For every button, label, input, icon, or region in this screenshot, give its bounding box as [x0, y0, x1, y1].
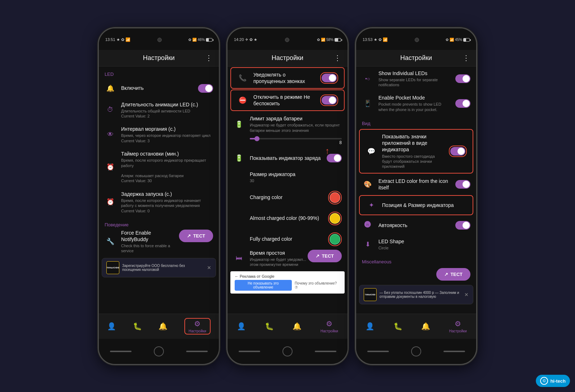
extract-color-text: Extract LED color from the icon itself	[378, 178, 450, 191]
bug-icon-2: 🐛	[265, 322, 274, 331]
dnd-toggle[interactable]	[322, 96, 337, 105]
start-delay-name: Задержка запуска (с.)	[121, 191, 213, 197]
charge-color-icon	[233, 192, 245, 203]
indicator-size-text: Размер индикатора 30	[250, 171, 342, 183]
gesture-bar-2	[227, 339, 348, 364]
battery-slider-track[interactable]	[250, 138, 342, 139]
ad-banner-3: ТИНЬКОФФ — Без уплаты госпошлин 4000 р —…	[359, 285, 473, 304]
timer-icon-1: ⏱	[105, 104, 116, 116]
led-shape-text: LED Shape Circle	[378, 238, 470, 250]
fully-charged-name: Fully charged color	[250, 236, 323, 242]
individual-leds-toggle[interactable]	[455, 74, 470, 83]
show-charge-name: Показывать индикатор заряда	[250, 155, 322, 161]
why-ad[interactable]: Почему это объявление? ⑦	[295, 281, 340, 289]
charging-color-text: Charging color	[250, 194, 323, 200]
watermark-text: hi-tech	[550, 378, 566, 384]
test-button-2[interactable]: ↗ ТЕСТ	[308, 250, 342, 262]
section-behavior-1: Поведение	[99, 217, 219, 230]
pocket-mode-toggle[interactable]	[455, 99, 470, 108]
hide-ad-btn[interactable]: Не показывать это объявление	[235, 280, 292, 291]
led-icon: •○	[362, 73, 373, 84]
app-title-2: Настройки	[272, 54, 303, 62]
missed-calls-toggle[interactable]	[322, 74, 337, 82]
gesture-bar-1	[99, 339, 219, 364]
show-app-icons-text: Показывать значки приложений в виде инди…	[382, 133, 444, 169]
nav-settings-3[interactable]: ⚙ Настройки	[449, 319, 467, 333]
dnd-name: Отключить в режиме Не беспокоить	[253, 94, 315, 107]
camera-2	[285, 38, 289, 42]
screen-1: Настройки ⋮ LED 🔔 Включить ⏱	[99, 50, 219, 339]
setting-enable: 🔔 Включить	[99, 79, 219, 98]
battery-3: ✿ 📶 45%	[446, 38, 470, 42]
test-button-3[interactable]: ↗ ТЕСТ	[436, 268, 470, 281]
gesture-lines-1	[110, 351, 132, 352]
menu-dots-3[interactable]: ⋮	[463, 54, 470, 62]
nav-bug-1[interactable]: 🐛	[133, 322, 142, 331]
show-app-icons-toggle[interactable]	[450, 147, 465, 156]
extract-color-toggle[interactable]	[455, 180, 470, 189]
settings-icon-2: ⚙	[326, 319, 332, 328]
settings-label-3: Настройки	[449, 329, 467, 333]
nav-notif-1[interactable]: 🔔	[158, 322, 167, 331]
setting-almost-charged: Almost charged color (90-99%)	[227, 208, 348, 229]
nav-settings-1[interactable]: ⚙ Настройки	[184, 318, 211, 335]
setting-show-app-icons: 💬 Показывать значки приложений в виде ин…	[359, 129, 473, 173]
nav-settings-2[interactable]: ⚙ Настройки	[321, 319, 338, 333]
anim-desc: Длительность общей активности LEDCurrent…	[121, 109, 213, 119]
ad-close-3[interactable]: ✕	[464, 292, 469, 298]
settings-icon-3: ⚙	[455, 319, 461, 328]
section-view-3: Вид	[356, 116, 476, 128]
gesture-lines-3	[367, 351, 389, 352]
bug-icon-1: 🐛	[133, 322, 142, 331]
almost-icon	[233, 213, 245, 224]
enable-toggle[interactable]	[198, 84, 213, 93]
pocket-icon: 📱	[362, 98, 373, 109]
almost-color-dot[interactable]	[330, 213, 340, 224]
settings-label-2: Настройки	[321, 329, 338, 333]
google-ad-2: ← Реклама от Google Не показывать это об…	[230, 271, 345, 294]
delay-icon: ⏰	[105, 196, 116, 208]
gesture-lines-2	[239, 351, 260, 352]
nav-notif-3[interactable]: 🔔	[421, 322, 430, 331]
setting-force-enable: 🔧 Force Enable NotifyBuddy Check this to…	[105, 230, 179, 254]
screen-3: Настройки ⋮ •○ Show Individual LEDs Show…	[356, 50, 476, 339]
setting-anim: ⏱ Длительность анимации LED (с.) Длитель…	[99, 98, 219, 123]
setting-battery-limit: 🔋 Лимит заряда батареи Индикатор не буде…	[227, 112, 348, 137]
fully-color-dot[interactable]	[330, 234, 340, 245]
menu-dots-2[interactable]: ⋮	[334, 54, 342, 62]
scroll-area-1: LED 🔔 Включить ⏱ Длительность анимации L	[99, 66, 219, 314]
ad-text-1: Зарегистрируйте ООО бесплатно без посеще…	[122, 264, 204, 272]
nav-profile-1[interactable]: 👤	[107, 322, 116, 331]
shape-icon: ⬇	[362, 239, 373, 250]
nav-bug-3[interactable]: 🐛	[394, 322, 402, 331]
setting-extract-color: 🎨 Extract LED color from the icon itself	[356, 174, 476, 194]
stop-timer-text: Таймер остановки (мин.) Время, после кот…	[121, 151, 213, 184]
individual-leds-desc: Show separate LEDs for separate notifica…	[378, 77, 450, 88]
nav-notif-2[interactable]: 🔔	[293, 322, 302, 331]
notif-icon-3: 🔔	[421, 322, 430, 331]
charging-color-dot[interactable]	[330, 192, 340, 203]
missed-calls-text: Уведомлять о пропущенных звонках	[253, 72, 315, 84]
anim-text: Длительность анимации LED (с.) Длительно…	[121, 101, 213, 119]
idle-icon: 🛏	[233, 253, 245, 264]
battery-limit-desc: Индикатор не будет отображаться, если пр…	[250, 123, 342, 133]
app-icon-icon: 💬	[365, 146, 377, 157]
nav-profile-3[interactable]: 👤	[365, 322, 374, 331]
dnd-icon: ⛔	[237, 94, 248, 106]
nav-bug-2[interactable]: 🐛	[265, 322, 274, 331]
setting-idle-time: 🛏 Время простоя Индикатор не будет уведо…	[233, 250, 308, 267]
camera-3	[415, 38, 419, 42]
ad-close-1[interactable]: ✕	[207, 265, 211, 271]
watermark: © hi-tech	[536, 375, 570, 387]
start-delay-text: Задержка запуска (с.) Время, после котор…	[121, 191, 213, 213]
gesture-back-1	[186, 351, 208, 352]
nav-profile-2[interactable]: 👤	[237, 322, 246, 331]
menu-dots-1[interactable]: ⋮	[205, 54, 213, 62]
status-bar-3: 13:53 ★ ✿ 📶 ✿ 📶 45%	[356, 28, 476, 50]
auto-brightness-toggle[interactable]	[455, 221, 470, 230]
stop-timer-name: Таймер остановки (мин.)	[121, 151, 213, 157]
setting-stop-timer: ⏰ Таймер остановки (мин.) Время, после к…	[99, 147, 219, 187]
individual-leds-name: Show Individual LEDs	[378, 70, 450, 77]
test-button-1[interactable]: ↗ ТЕСТ	[179, 230, 213, 242]
test-icon-3: ↗	[444, 272, 448, 277]
